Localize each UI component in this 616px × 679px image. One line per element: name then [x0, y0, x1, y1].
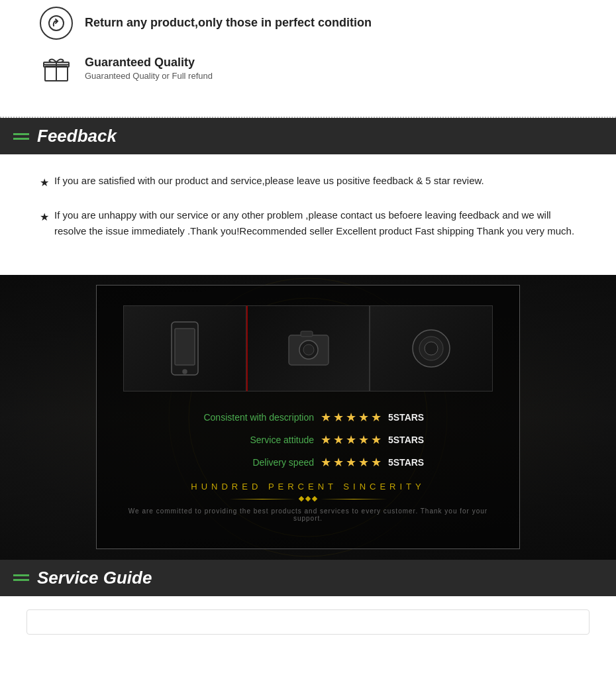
header-line-1 [13, 133, 29, 135]
svg-point-9 [183, 370, 187, 374]
stars-1: ★ ★ ★ ★ ★ [321, 410, 382, 425]
star-2-2: ★ [333, 433, 344, 447]
rating-count-1: 5STARS [388, 412, 428, 423]
lens-icon [405, 322, 458, 375]
bullet-star-2: ★ [40, 209, 49, 226]
stars-2: ★ ★ ★ ★ ★ [321, 433, 382, 447]
guaranteed-quality-subtitle: Guaranteed Quality or Full refund [85, 71, 213, 81]
star-3-4: ★ [358, 455, 369, 470]
product-images [123, 305, 493, 392]
service-header-line-2 [13, 579, 29, 581]
service-content [0, 596, 616, 648]
header-line-2 [13, 138, 29, 140]
product-img-center [246, 305, 370, 392]
diamond-2 [305, 496, 311, 501]
rating-label-1: Consistent with description [188, 412, 314, 423]
svg-point-16 [425, 342, 438, 355]
sincerity-divider [123, 497, 493, 501]
diamond-3 [312, 496, 317, 501]
star-1-3: ★ [346, 410, 356, 425]
service-box [26, 609, 590, 635]
feedback-title: Feedback [37, 126, 117, 146]
rating-row-1: Consistent with description ★ ★ ★ ★ ★ 5S… [123, 410, 493, 425]
rating-row-3: Delivery speed ★ ★ ★ ★ ★ 5STARS [123, 455, 493, 470]
star-2-3: ★ [346, 433, 356, 447]
star-2-1: ★ [321, 433, 331, 447]
service-header-lines [13, 574, 29, 581]
star-2-4: ★ [358, 433, 369, 447]
star-1-5: ★ [371, 410, 382, 425]
star-1-1: ★ [321, 410, 331, 425]
divider-line-right [321, 499, 387, 499]
rating-label-2: Service attitude [188, 435, 314, 445]
header-lines-decoration [13, 133, 29, 140]
product-img-left [123, 305, 246, 392]
stars-3: ★ ★ ★ ★ ★ [321, 455, 382, 470]
return-icon [40, 7, 73, 40]
star-1-2: ★ [333, 410, 344, 425]
rating-label-3: Delivery speed [188, 457, 314, 468]
fine-text: We are committed to providing the best p… [123, 507, 493, 522]
svg-rect-13 [301, 331, 313, 337]
return-policy-item: Return any product,only those in perfect… [40, 7, 576, 40]
star-3-2: ★ [333, 455, 344, 470]
service-guide-title: Service Guide [37, 568, 152, 588]
sincerity-text: HUNDRED PERCENT SINCERITY [123, 482, 493, 492]
rating-row-2: Service attitude ★ ★ ★ ★ ★ 5STARS [123, 433, 493, 447]
rating-count-3: 5STARS [388, 457, 428, 468]
feedback-content: ★ If you are satisfied with our product … [0, 154, 616, 275]
svg-point-12 [303, 344, 314, 355]
rating-card: Consistent with description ★ ★ ★ ★ ★ 5S… [96, 285, 520, 549]
guaranteed-quality-title: Guaranteed Quality [85, 56, 213, 70]
feedback-header: Feedback [0, 118, 616, 154]
rating-section: Consistent with description ★ ★ ★ ★ ★ 5S… [0, 275, 616, 560]
guaranteed-quality-text: Guaranteed Quality Guaranteed Quality or… [85, 56, 213, 81]
rating-count-2: 5STARS [388, 435, 428, 445]
feedback-text-2: If you are unhappy with our service or a… [54, 207, 576, 239]
return-policy-text: Return any product,only those in perfect… [85, 16, 372, 31]
camera-icon [282, 322, 335, 375]
service-header-line-1 [13, 574, 29, 576]
bullet-star-1: ★ [40, 174, 49, 191]
return-policy-title: Return any product,only those in perfect… [85, 16, 372, 30]
phone-icon [168, 319, 201, 378]
svg-rect-8 [175, 329, 195, 365]
diamonds [299, 497, 317, 501]
gift-icon [40, 52, 73, 85]
star-3-1: ★ [321, 455, 331, 470]
guaranteed-quality-item: Guaranteed Quality Guaranteed Quality or… [40, 52, 576, 85]
star-3-5: ★ [371, 455, 382, 470]
top-section: Return any product,only those in perfect… [0, 0, 616, 110]
feedback-item-2: ★ If you are unhappy with our service or… [40, 207, 576, 239]
product-img-right [370, 305, 493, 392]
star-3-3: ★ [346, 455, 356, 470]
feedback-text-1: If you are satisfied with our product an… [54, 173, 484, 189]
divider-line-left [229, 499, 295, 499]
star-1-4: ★ [358, 410, 369, 425]
feedback-item-1: ★ If you are satisfied with our product … [40, 173, 576, 191]
diamond-1 [299, 496, 304, 501]
service-guide-header: Service Guide [0, 560, 616, 596]
star-2-5: ★ [371, 433, 382, 447]
